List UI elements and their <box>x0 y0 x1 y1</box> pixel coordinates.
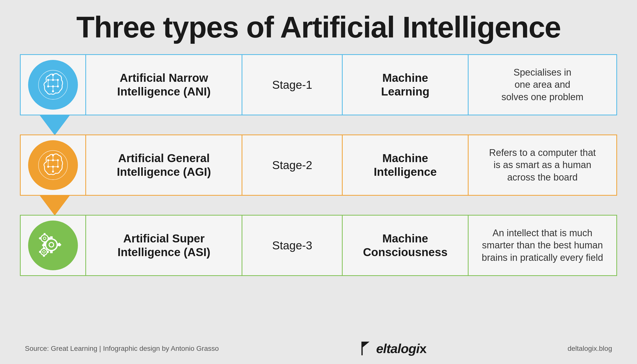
cell-icon-agi <box>21 135 85 195</box>
cell-desc-ani: Specialises inone area andsolves one pro… <box>469 55 616 114</box>
arrow-agi-to-asi <box>20 196 617 216</box>
cell-icon-asi <box>21 216 85 275</box>
cell-name-text-ani: Artificial NarrowIntelligence (ANI) <box>117 71 211 98</box>
cell-name-agi: Artificial GeneralIntelligence (AGI) <box>85 135 242 195</box>
svg-point-7 <box>52 74 54 76</box>
svg-point-28 <box>52 166 54 168</box>
svg-point-8 <box>47 79 49 81</box>
cell-name-ani: Artificial NarrowIntelligence (ANI) <box>85 55 242 114</box>
cell-type-text-agi: MachineIntelligence <box>374 152 437 179</box>
icon-circle-ani <box>28 60 78 110</box>
brain-circuit-icon-agi <box>37 149 69 181</box>
page-wrapper: Three types of Artificial Intelligence <box>0 0 637 364</box>
svg-point-41 <box>43 237 46 240</box>
cell-stage-text-ani: Stage-1 <box>272 78 312 92</box>
arrow-orange-icon <box>40 196 70 216</box>
cell-stage-ani: Stage-1 <box>242 55 343 114</box>
cell-desc-text-asi: An intellect that is muchsmarter than th… <box>482 227 603 264</box>
cell-desc-agi: Refers to a computer thatis as smart as … <box>469 135 616 195</box>
cell-desc-asi: An intellect that is muchsmarter than th… <box>469 216 616 275</box>
svg-point-27 <box>57 166 59 168</box>
cell-desc-text-ani: Specialises inone area andsolves one pro… <box>501 66 583 103</box>
svg-point-48 <box>41 249 47 255</box>
page-title: Three types of Artificial Intelligence <box>76 10 561 44</box>
svg-point-23 <box>47 159 49 161</box>
cell-stage-asi: Stage-3 <box>242 216 343 275</box>
svg-point-12 <box>57 86 59 88</box>
footer-logo: eltalogix <box>360 340 427 356</box>
cell-stage-agi: Stage-2 <box>242 135 343 195</box>
row-asi: Artificial SuperIntelligence (ASI) Stage… <box>20 215 617 276</box>
cell-type-asi: MachineConsciousness <box>343 216 469 275</box>
svg-rect-50 <box>43 247 45 249</box>
icon-circle-asi <box>28 220 78 270</box>
svg-point-31 <box>49 242 54 247</box>
cell-stage-text-asi: Stage-3 <box>272 239 312 252</box>
footer-url: deltalogix.blog <box>568 344 612 352</box>
row-ani: Artificial NarrowIntelligence (ANI) Stag… <box>20 54 617 115</box>
cell-desc-text-agi: Refers to a computer thatis as smart as … <box>489 147 596 184</box>
arrow-ani-to-agi <box>20 115 617 135</box>
cell-name-text-agi: Artificial GeneralIntelligence (AGI) <box>117 152 211 179</box>
svg-point-11 <box>47 86 49 88</box>
svg-rect-53 <box>39 251 41 253</box>
svg-point-13 <box>52 86 54 88</box>
logo-icon <box>360 340 375 356</box>
cell-type-text-asi: MachineConsciousness <box>363 232 448 259</box>
svg-rect-33 <box>50 250 53 253</box>
arrow-blue-icon <box>40 115 70 135</box>
footer-source: Source: Great Learning | Infographic des… <box>25 344 219 352</box>
svg-point-25 <box>52 159 54 161</box>
svg-point-14 <box>52 90 54 92</box>
cell-type-ani: MachineLearning <box>343 55 469 114</box>
svg-point-29 <box>52 170 54 172</box>
gears-icon-asi <box>37 229 69 262</box>
svg-rect-52 <box>47 251 49 253</box>
svg-marker-55 <box>362 342 370 348</box>
icon-circle-agi <box>28 140 78 190</box>
cell-type-agi: MachineIntelligence <box>343 135 469 195</box>
logo-text: eltalogix <box>376 341 427 356</box>
row-agi: Artificial GeneralIntelligence (AGI) Sta… <box>20 134 617 196</box>
table-container: Artificial NarrowIntelligence (ANI) Stag… <box>20 54 617 333</box>
cell-icon-ani <box>21 55 85 114</box>
svg-rect-51 <box>43 255 45 257</box>
brain-circuit-icon-ani <box>37 68 69 101</box>
svg-point-22 <box>52 154 54 156</box>
svg-rect-32 <box>50 236 53 239</box>
svg-point-40 <box>41 235 48 242</box>
cell-stage-text-agi: Stage-2 <box>272 158 312 172</box>
svg-rect-43 <box>44 242 46 244</box>
svg-point-10 <box>52 79 54 81</box>
svg-point-26 <box>47 166 49 168</box>
cell-type-text-ani: MachineLearning <box>381 71 430 98</box>
cell-name-asi: Artificial SuperIntelligence (ASI) <box>85 216 242 275</box>
svg-point-49 <box>43 250 45 253</box>
svg-point-9 <box>57 79 59 81</box>
svg-rect-42 <box>44 233 46 235</box>
footer: Source: Great Learning | Infographic des… <box>20 340 617 356</box>
svg-point-24 <box>57 159 59 161</box>
cell-name-text-asi: Artificial SuperIntelligence (ASI) <box>117 232 210 259</box>
